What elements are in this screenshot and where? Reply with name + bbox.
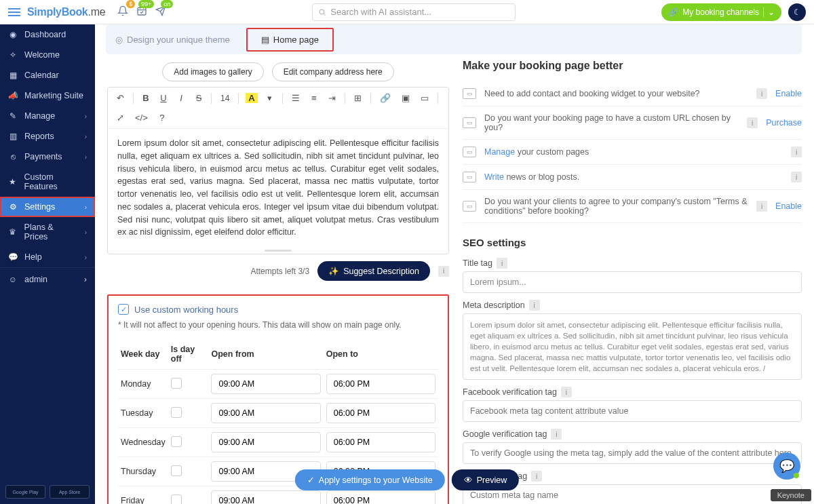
suggest-description-button[interactable]: ✨Suggest Description [317,261,430,281]
use-custom-hours-label: Use custom working hours [134,305,238,315]
sidebar-item-payments[interactable]: ⎋Payments› [0,147,95,167]
info-icon[interactable]: i [791,172,802,182]
info-icon[interactable]: i [551,429,562,440]
resize-handle[interactable] [108,247,448,254]
palette-icon: ◎ [115,35,123,45]
underline-button[interactable]: U [158,92,169,104]
seo-fb-input[interactable] [463,400,802,422]
sparkle-icon: ✧ [8,50,18,60]
sidebar-item-plans[interactable]: ♛Plans & Prices› [0,217,95,247]
tab-home-page[interactable]: ▤Home page [246,28,334,52]
menu-toggle-icon[interactable] [8,8,20,16]
better-action-link[interactable]: Enable [775,89,802,98]
sidebar-item-reports[interactable]: ▥Reports› [0,126,95,147]
fullscreen-icon[interactable]: ⤢ [115,111,126,124]
info-icon[interactable]: i [756,88,767,99]
info-icon[interactable]: i [531,471,542,482]
help-icon[interactable]: ? [157,111,168,124]
chat-bubble-button[interactable]: 💬 [773,452,800,480]
better-link[interactable]: Write [484,172,504,182]
sidebar-item-manage[interactable]: ✎Manage› [0,106,95,126]
chevron-right-icon: › [85,153,87,161]
italic-button[interactable]: I [176,92,187,104]
open-to-input[interactable] [326,374,435,394]
day-cell: Wednesday [118,428,168,457]
dayoff-checkbox[interactable] [171,465,182,476]
font-size-select[interactable]: 14 [218,92,231,104]
better-action-link[interactable]: Enable [775,201,802,211]
info-icon[interactable]: i [747,117,758,128]
info-icon[interactable]: i [791,147,802,157]
calendar-icon: ▦ [8,71,18,80]
editor-textarea[interactable]: Lorem ipsum dolor sit amet, consectetur … [108,129,448,247]
chart-icon: ▥ [8,132,18,141]
seo-title-input[interactable] [463,271,802,293]
sidebar-item-dashboard[interactable]: ◉Dashboard [0,24,95,45]
booking-channels-button[interactable]: 🔗 My booking channels ⌄ [661,3,781,21]
logo[interactable]: SimplyBook.me [27,6,105,18]
sidebar-item-welcome[interactable]: ✧Welcome [0,45,95,65]
editor-toolbar: ↶ B U I S 14 A ▾ ☰ ≡ ⇥ [108,88,448,129]
preview-button[interactable]: 👁Preview [452,469,519,490]
image-icon[interactable]: ▣ [400,92,412,104]
seo-google-input[interactable] [463,442,802,464]
better-heading: Make your booking page better [463,60,802,72]
open-to-input[interactable] [326,432,435,452]
text-color-button[interactable]: A [246,93,257,103]
info-icon[interactable]: i [756,201,767,212]
better-item: ▭Do you want your booking page to have a… [463,106,802,140]
dayoff-checkbox[interactable] [171,436,182,447]
info-icon[interactable]: i [561,387,572,398]
search-icon [318,8,326,16]
gear-icon: ⚙ [8,202,18,212]
dayoff-checkbox[interactable] [171,495,182,505]
color-dropdown-icon[interactable]: ▾ [265,92,275,104]
paper-plane-icon[interactable]: on [155,5,166,19]
open-from-input[interactable] [211,490,320,504]
apply-settings-button[interactable]: ✓Apply settings to your Website [295,469,445,490]
open-from-input[interactable] [211,432,320,452]
google-play-badge[interactable]: Google Play [5,485,45,499]
sidebar-item-custom-features[interactable]: ★Custom Features [0,167,95,197]
open-from-input[interactable] [211,403,320,423]
list-ol-icon[interactable]: ≡ [309,92,319,104]
seo-meta-textarea[interactable]: Lorem ipsum dolor sit amet, consectetur … [463,313,802,380]
open-from-input[interactable] [211,374,320,394]
dayoff-checkbox[interactable] [171,407,182,418]
info-icon[interactable]: i [438,266,449,277]
info-icon[interactable]: i [529,300,540,311]
calendar-check-icon[interactable]: 99+ [136,5,147,19]
sidebar-item-calendar[interactable]: ▦Calendar [0,65,95,85]
edit-address-button[interactable]: Edit company address here [272,62,394,81]
svg-rect-0 [138,7,146,15]
code-icon[interactable]: </> [133,111,150,124]
better-action-link[interactable]: Purchase [766,118,802,128]
sidebar-item-marketing[interactable]: 📣Marketing Suite [0,85,95,106]
info-icon[interactable]: i [497,258,507,269]
open-to-input[interactable] [326,490,435,504]
search-input[interactable]: Search with AI assistant... [312,3,516,21]
indent-icon[interactable]: ⇥ [326,92,338,104]
table-icon[interactable]: ⊞ [352,92,364,104]
bell-icon[interactable]: $ [117,5,128,19]
video-icon[interactable]: ▭ [419,92,431,104]
strike-button[interactable]: S [193,92,204,104]
sidebar-item-help[interactable]: 💬Help› [0,247,95,267]
theme-toggle-button[interactable]: ☾ [788,3,806,21]
sidebar-item-settings[interactable]: ⚙Settings› [0,197,95,217]
hours-note: * It will not affect to your opening hou… [118,320,438,330]
list-ul-icon[interactable]: ☰ [290,92,302,104]
link-icon[interactable]: 🔗 [378,92,393,104]
app-store-badge[interactable]: App Store [50,485,90,499]
better-link[interactable]: Manage [484,147,515,157]
bold-button[interactable]: B [140,92,151,104]
use-custom-hours-checkbox[interactable]: ✓ [118,304,129,315]
sidebar-item-admin[interactable]: ☺admin› [0,267,95,291]
col-opento: Open to [324,339,438,370]
add-images-button[interactable]: Add images to gallery [162,62,263,81]
chevron-right-icon: › [85,113,87,120]
dayoff-checkbox[interactable] [171,378,182,389]
tab-design[interactable]: ◎Design your unique theme [115,35,230,45]
open-to-input[interactable] [326,403,435,423]
undo-icon[interactable]: ↶ [115,92,126,104]
